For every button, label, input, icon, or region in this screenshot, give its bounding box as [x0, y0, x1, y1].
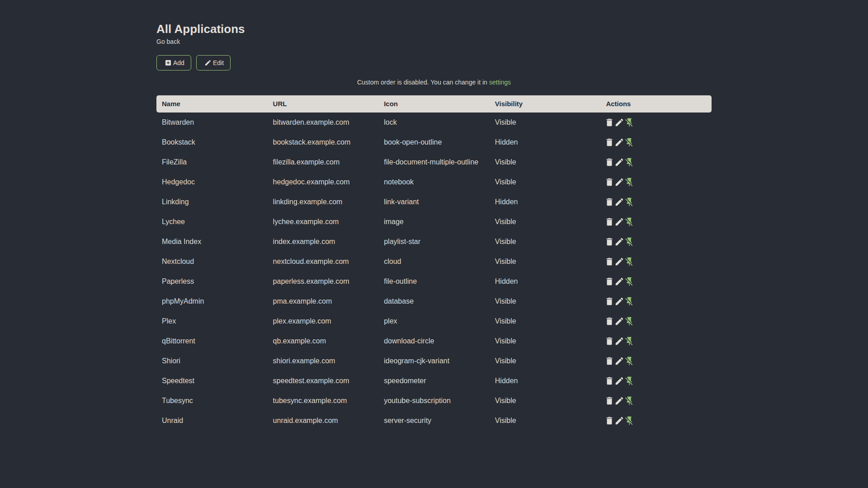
edit-icon[interactable] — [614, 376, 624, 386]
app-visibility-cell: Visible — [490, 232, 601, 252]
row-actions — [604, 376, 706, 386]
column-header-name: Name — [156, 95, 268, 113]
applications-table: Name URL Icon Visibility Actions Bitward… — [156, 95, 712, 431]
pin-off-icon[interactable] — [624, 356, 634, 366]
row-actions — [604, 277, 706, 286]
app-icon-cell: speedometer — [378, 371, 490, 391]
row-actions — [604, 117, 706, 127]
pin-off-icon[interactable] — [624, 416, 634, 426]
pin-off-icon[interactable] — [624, 296, 634, 306]
edit-icon[interactable] — [614, 416, 624, 426]
delete-icon[interactable] — [604, 217, 614, 227]
app-visibility-cell: Visible — [490, 212, 601, 232]
go-back-link[interactable]: Go back — [156, 38, 180, 45]
app-url-cell: linkding.example.com — [268, 192, 379, 212]
table-row: Linkdinglinkding.example.comlink-variant… — [156, 192, 712, 212]
edit-icon[interactable] — [614, 117, 624, 127]
app-url-cell: pma.example.com — [268, 291, 379, 311]
column-header-visibility: Visibility — [490, 95, 601, 113]
delete-icon[interactable] — [604, 296, 614, 306]
app-icon-cell: file-outline — [378, 272, 490, 291]
edit-button[interactable]: Edit — [196, 55, 231, 70]
app-url-cell: index.example.com — [268, 232, 379, 252]
pin-off-icon[interactable] — [624, 257, 634, 267]
delete-icon[interactable] — [604, 137, 614, 147]
pin-off-icon[interactable] — [624, 157, 634, 167]
delete-icon[interactable] — [604, 277, 614, 286]
pin-off-icon[interactable] — [624, 277, 634, 286]
app-url-cell: shiori.example.com — [268, 351, 379, 371]
delete-icon[interactable] — [604, 257, 614, 267]
app-url-cell: speedtest.example.com — [268, 371, 379, 391]
row-actions — [604, 157, 706, 167]
edit-icon[interactable] — [614, 356, 624, 366]
app-name-cell: Tubesync — [156, 391, 268, 411]
delete-icon[interactable] — [604, 157, 614, 167]
table-row: Speedtestspeedtest.example.comspeedomete… — [156, 371, 712, 391]
edit-icon[interactable] — [614, 237, 624, 247]
app-url-cell: bookstack.example.com — [268, 132, 379, 152]
row-actions — [604, 396, 706, 406]
delete-icon[interactable] — [604, 376, 614, 386]
edit-icon[interactable] — [614, 177, 624, 187]
pin-off-icon[interactable] — [624, 117, 634, 127]
page-title: All Applications — [156, 21, 712, 37]
delete-icon[interactable] — [604, 336, 614, 346]
delete-icon[interactable] — [604, 416, 614, 426]
delete-icon[interactable] — [604, 356, 614, 366]
edit-icon[interactable] — [614, 217, 624, 227]
app-icon-cell: download-circle — [378, 331, 490, 351]
app-url-cell: nextcloud.example.com — [268, 252, 379, 272]
app-icon-cell: lock — [378, 113, 490, 132]
pin-off-icon[interactable] — [624, 137, 634, 147]
app-name-cell: Nextcloud — [156, 252, 268, 272]
pin-off-icon[interactable] — [624, 177, 634, 187]
app-visibility-cell: Hidden — [490, 371, 601, 391]
delete-icon[interactable] — [604, 197, 614, 207]
table-row: Bookstackbookstack.example.combook-open-… — [156, 132, 712, 152]
app-actions-cell — [600, 371, 712, 391]
add-button[interactable]: Add — [156, 55, 191, 70]
column-header-icon: Icon — [378, 95, 490, 113]
delete-icon[interactable] — [604, 177, 614, 187]
table-row: Shiorishiori.example.comideogram-cjk-var… — [156, 351, 712, 371]
edit-icon[interactable] — [614, 316, 624, 326]
delete-icon[interactable] — [604, 117, 614, 127]
app-visibility-cell: Visible — [490, 152, 601, 172]
edit-icon[interactable] — [614, 197, 624, 207]
app-name-cell: Hedgedoc — [156, 172, 268, 192]
edit-icon[interactable] — [614, 396, 624, 406]
table-row: phpMyAdminpma.example.comdatabaseVisible — [156, 291, 712, 311]
edit-icon[interactable] — [614, 277, 624, 286]
delete-icon[interactable] — [604, 237, 614, 247]
pin-off-icon[interactable] — [624, 396, 634, 406]
app-visibility-cell: Visible — [490, 291, 601, 311]
app-visibility-cell: Hidden — [490, 192, 601, 212]
pin-off-icon[interactable] — [624, 336, 634, 346]
delete-icon[interactable] — [604, 316, 614, 326]
edit-icon[interactable] — [614, 157, 624, 167]
edit-icon[interactable] — [614, 257, 624, 267]
pin-off-icon[interactable] — [624, 197, 634, 207]
edit-icon[interactable] — [614, 336, 624, 346]
settings-link[interactable]: settings — [489, 79, 511, 86]
table-row: FileZillafilezilla.example.comfile-docum… — [156, 152, 712, 172]
pin-off-icon[interactable] — [624, 316, 634, 326]
pin-off-icon[interactable] — [624, 217, 634, 227]
pin-off-icon[interactable] — [624, 376, 634, 386]
row-actions — [604, 237, 706, 247]
app-name-cell: Bookstack — [156, 132, 268, 152]
table-row: Nextcloudnextcloud.example.comcloudVisib… — [156, 252, 712, 272]
app-actions-cell — [600, 272, 712, 291]
edit-icon[interactable] — [614, 137, 624, 147]
delete-icon[interactable] — [604, 396, 614, 406]
main-container: All Applications Go back Add Edit Custom… — [156, 0, 712, 431]
edit-icon[interactable] — [614, 296, 624, 306]
app-name-cell: Linkding — [156, 192, 268, 212]
app-icon-cell: database — [378, 291, 490, 311]
pin-off-icon[interactable] — [624, 237, 634, 247]
app-name-cell: FileZilla — [156, 152, 268, 172]
table-row: qBittorrentqb.example.comdownload-circle… — [156, 331, 712, 351]
app-visibility-cell: Visible — [490, 172, 601, 192]
app-actions-cell — [600, 113, 712, 132]
